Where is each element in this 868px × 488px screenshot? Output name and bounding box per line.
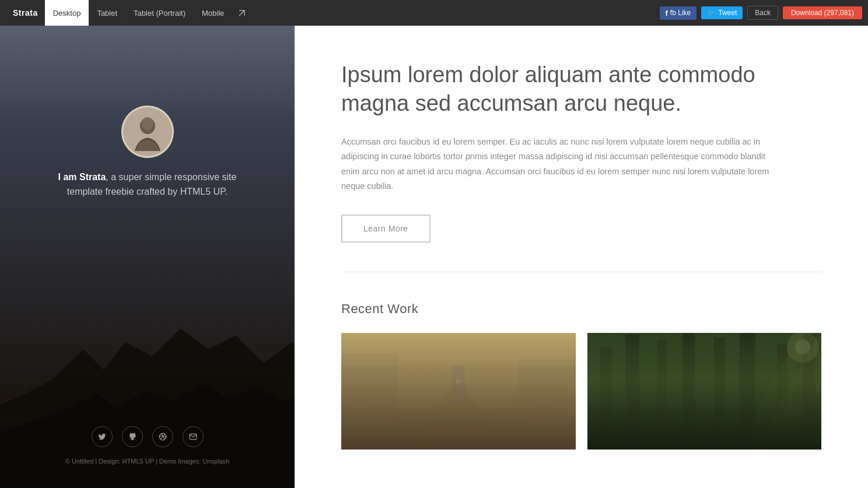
top-nav: Strata Desktop Tablet Tablet (Portrait) … — [0, 0, 868, 26]
sidebar-footer-text: © Untitled | Design: HTML5 UP | Demo Ima… — [65, 458, 229, 465]
fb-like-label: fb Like — [670, 9, 691, 17]
svg-rect-11 — [452, 366, 465, 404]
svg-rect-14 — [600, 347, 611, 450]
hero-heading: Ipsum lorem dolor aliquam ante commodo m… — [341, 61, 773, 118]
svg-rect-16 — [657, 340, 666, 450]
svg-marker-22 — [752, 333, 821, 450]
svg-rect-18 — [714, 338, 724, 450]
svg-rect-20 — [777, 344, 787, 450]
svg-point-25 — [794, 339, 810, 354]
tab-tablet-portrait[interactable]: Tablet (Portrait) — [125, 0, 194, 26]
recent-work-title: Recent Work — [341, 301, 821, 317]
dribbble-social-icon[interactable] — [152, 426, 173, 447]
tab-tablet[interactable]: Tablet — [89, 0, 125, 26]
tw-tweet-label: Tweet — [718, 9, 737, 17]
sidebar-footer-content: © Untitled | Design: HTML5 UP | Demo Ima… — [0, 426, 295, 465]
back-button[interactable]: Back — [747, 6, 778, 20]
avatar-container — [121, 106, 174, 158]
intro-text: I am Strata, a super simple responsive s… — [48, 170, 247, 199]
svg-rect-6 — [341, 353, 398, 450]
twitter-icon: 🐦 — [707, 9, 716, 17]
tab-desktop[interactable]: Desktop — [45, 0, 89, 26]
svg-point-2 — [142, 117, 153, 130]
intro-highlight: I am Strata — [58, 172, 106, 182]
svg-rect-7 — [348, 366, 392, 450]
svg-rect-4 — [341, 333, 576, 450]
work-grid: P — [341, 333, 821, 450]
svg-rect-13 — [587, 333, 822, 450]
svg-marker-23 — [733, 333, 802, 450]
svg-rect-21 — [802, 335, 815, 450]
facebook-like-button[interactable]: f fb Like — [660, 6, 697, 20]
learn-more-button[interactable]: Learn More — [341, 215, 430, 243]
svg-rect-17 — [682, 333, 695, 450]
mail-social-icon[interactable] — [183, 426, 204, 447]
work-card-1[interactable]: P — [341, 333, 576, 450]
avatar-image — [123, 107, 172, 156]
svg-rect-19 — [739, 333, 755, 450]
recent-work-section: Recent Work — [341, 301, 821, 450]
tab-mobile[interactable]: Mobile — [194, 0, 232, 26]
svg-marker-5 — [405, 379, 512, 450]
avatar — [121, 106, 174, 158]
twitter-social-icon[interactable] — [92, 426, 113, 447]
svg-rect-15 — [625, 335, 639, 450]
svg-text:P: P — [456, 378, 461, 387]
content-area: Ipsum lorem dolor aliquam ante commodo m… — [295, 26, 868, 488]
main-container: I am Strata, a super simple responsive s… — [0, 26, 868, 488]
twitter-tweet-button[interactable]: 🐦 Tweet — [701, 6, 743, 19]
nav-right-actions: f fb Like 🐦 Tweet Back Download (297,081… — [660, 6, 862, 20]
svg-rect-10 — [341, 333, 576, 366]
github-social-icon[interactable] — [122, 426, 143, 447]
work-image-1: P — [341, 333, 576, 450]
brand-logo: Strata — [6, 8, 45, 17]
hero-section: Ipsum lorem dolor aliquam ante commodo m… — [341, 61, 821, 272]
nav-tabs: Desktop Tablet Tablet (Portrait) Mobile — [45, 0, 252, 26]
work-image-2 — [587, 333, 822, 450]
work-card-2[interactable] — [587, 333, 822, 450]
hero-body-text: Accumsan orci faucibus id eu lorem sempe… — [341, 135, 773, 194]
sidebar: I am Strata, a super simple responsive s… — [0, 26, 295, 488]
svg-point-24 — [786, 333, 818, 363]
external-link-icon[interactable] — [232, 9, 251, 17]
svg-rect-9 — [525, 373, 569, 450]
download-button[interactable]: Download (297,081) — [783, 6, 862, 19]
social-icons — [92, 426, 204, 447]
fb-icon: f — [666, 9, 668, 17]
svg-rect-8 — [519, 360, 576, 450]
